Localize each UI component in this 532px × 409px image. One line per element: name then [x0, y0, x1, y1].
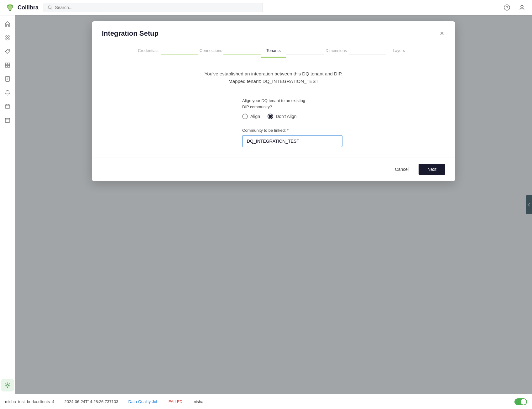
svg-text:?: ?: [506, 5, 508, 10]
step-dimensions-label: Dimensions: [326, 48, 347, 55]
search-bar[interactable]: [44, 3, 263, 12]
radio-dont-align[interactable]: Don't Align: [268, 114, 297, 119]
sidebar-item-settings[interactable]: [1, 379, 14, 391]
user-icon: [519, 4, 525, 11]
radio-align-label: Align: [250, 114, 260, 119]
integration-setup-modal: Integration Setup × Credentials Connecti…: [92, 21, 455, 181]
sidebar-item-catalog[interactable]: [1, 100, 14, 113]
app-logo: Collibra: [5, 3, 39, 13]
step-layers-label: Layers: [393, 48, 405, 55]
step-connections-indicator: [198, 57, 223, 58]
step-layers-indicator: [386, 57, 411, 58]
sidebar-item-bell[interactable]: [1, 86, 14, 99]
stepper: Credentials Connections Tenants: [92, 38, 455, 65]
radio-dont-align-circle: [268, 114, 273, 119]
sidebar-item-document[interactable]: [1, 73, 14, 85]
svg-point-1: [48, 6, 51, 9]
step-line-2: [223, 54, 261, 54]
community-field-label: Community to be linked: *: [242, 128, 289, 133]
svg-rect-11: [5, 65, 7, 67]
radio-group: Align Don't Align: [242, 114, 297, 119]
bottom-job-name: misha_test_berka.clients_4: [5, 399, 55, 404]
svg-rect-12: [8, 65, 10, 67]
info-line1: You've established an integration betwee…: [117, 70, 430, 78]
app-name: Collibra: [18, 4, 39, 11]
align-question: Align your DQ tenant to an existing DIP …: [242, 98, 305, 110]
step-layers: Layers: [386, 48, 411, 58]
search-icon: [48, 5, 52, 10]
align-question-line2: DIP community?: [242, 104, 305, 110]
info-text: You've established an integration betwee…: [117, 70, 430, 85]
svg-point-6: [5, 35, 10, 40]
toggle[interactable]: [514, 398, 527, 405]
help-icon: ?: [504, 4, 510, 11]
step-credentials: Credentials: [136, 48, 161, 58]
step-credentials-label: Credentials: [138, 48, 159, 55]
info-line2: Mapped tenant: DQ_INTEGRATION_TEST: [117, 78, 430, 85]
svg-point-8: [8, 50, 9, 51]
step-connections-label: Connections: [200, 48, 222, 55]
sidebar-item-discover[interactable]: [1, 31, 14, 44]
modal-body: You've established an integration betwee…: [92, 65, 455, 157]
bottom-status: FAILED: [169, 399, 183, 404]
modal-header: Integration Setup ×: [92, 21, 455, 38]
sidebar: [0, 15, 15, 394]
help-button[interactable]: ?: [502, 3, 512, 13]
step-line-1: [161, 54, 198, 54]
navbar: Collibra ?: [0, 0, 532, 15]
svg-point-7: [7, 37, 8, 38]
svg-rect-17: [5, 105, 10, 108]
svg-line-2: [51, 8, 52, 10]
toggle-switch[interactable]: [514, 398, 527, 405]
step-credentials-indicator: [136, 57, 161, 58]
step-line-4: [349, 54, 386, 54]
bottom-job-type[interactable]: Data Quality Job: [128, 399, 159, 404]
radio-align-circle: [242, 114, 248, 119]
align-question-line1: Align your DQ tenant to an existing: [242, 98, 305, 104]
svg-point-5: [521, 5, 523, 8]
svg-point-19: [7, 384, 8, 386]
step-tenants: Tenants: [261, 48, 286, 58]
sidebar-item-calendar[interactable]: [1, 114, 14, 126]
step-tenants-indicator: [261, 57, 286, 58]
sidebar-item-grid[interactable]: [1, 59, 14, 71]
bottom-timestamp: 2024-06-24T14:28:26.737103: [65, 399, 118, 404]
step-dimensions: Dimensions: [324, 48, 349, 58]
form-section: Align your DQ tenant to an existing DIP …: [117, 98, 430, 147]
cancel-button[interactable]: Cancel: [390, 164, 414, 174]
step-connections: Connections: [198, 48, 223, 58]
step-line-3: [286, 54, 324, 54]
bottom-user: misha: [192, 399, 203, 404]
navbar-right: ?: [502, 3, 527, 13]
step-dimensions-indicator: [324, 57, 349, 58]
modal-close-button[interactable]: ×: [439, 29, 445, 38]
sidebar-item-home[interactable]: [1, 18, 14, 30]
sidebar-item-tag[interactable]: [1, 45, 14, 58]
modal-title: Integration Setup: [102, 29, 159, 38]
community-input[interactable]: [242, 135, 342, 147]
modal-footer: Cancel Next: [92, 157, 455, 181]
svg-rect-10: [8, 63, 10, 65]
collibra-logo-icon: [5, 3, 15, 13]
bottom-bar: misha_test_berka.clients_4 2024-06-24T14…: [0, 394, 532, 409]
radio-dont-align-label: Don't Align: [276, 114, 297, 119]
radio-align[interactable]: Align: [242, 114, 260, 119]
step-tenants-label: Tenants: [266, 48, 281, 55]
search-input[interactable]: [55, 5, 259, 10]
svg-rect-18: [5, 118, 10, 122]
svg-rect-9: [5, 63, 7, 65]
content-area: Integration Setup × Credentials Connecti…: [15, 15, 532, 394]
next-button[interactable]: Next: [419, 164, 445, 175]
main-layout: Integration Setup × Credentials Connecti…: [0, 15, 532, 394]
user-button[interactable]: [517, 3, 527, 13]
